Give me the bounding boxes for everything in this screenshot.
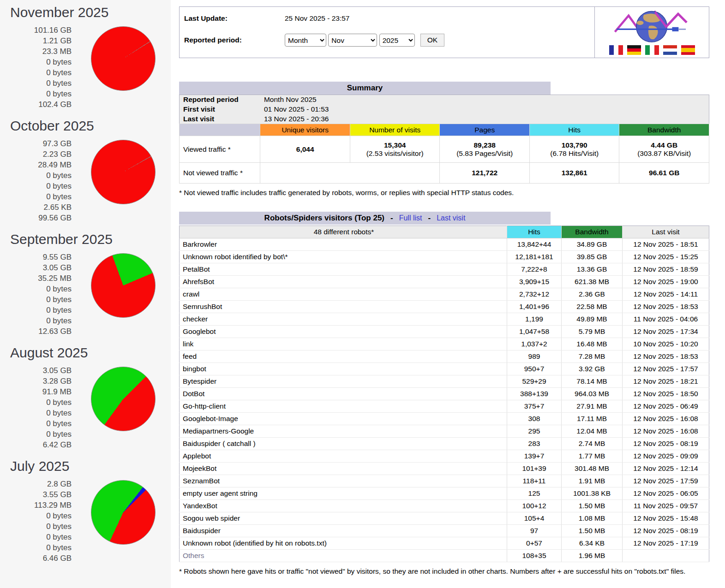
awstats-globe-logo <box>610 9 694 43</box>
robot-bandwidth: 22.58 MB <box>562 301 623 313</box>
month-value: 6.46 GB <box>0 553 72 564</box>
month-block: August 20253.05 GB3.28 GB91.9 MB0 bytes0… <box>0 344 171 450</box>
robot-last-visit: 12 Nov 2025 - 06:49 <box>623 400 709 413</box>
month-value: 0 bytes <box>0 397 72 408</box>
robot-last-visit: 12 Nov 2025 - 17:19 <box>623 537 709 550</box>
robot-hits: 7,222+8 <box>507 263 562 276</box>
robot-hits: 101+39 <box>507 463 562 475</box>
ok-button[interactable]: OK <box>420 34 444 47</box>
robot-row: empty user agent string1251001.38 KB12 N… <box>180 487 709 500</box>
month-title: October 2025 <box>10 117 171 135</box>
viewed-bandwidth-sub: (303.87 KB/Visit) <box>619 149 709 158</box>
summary-info-value: 01 Nov 2025 - 01:53 <box>260 105 709 114</box>
robot-row: Sogou web spider105+41.08 MB12 Nov 2025 … <box>180 512 709 525</box>
month-value: 23.3 MB <box>0 46 72 57</box>
month-pie-chart <box>91 253 156 318</box>
month-pie-chart <box>91 367 156 431</box>
not-viewed-bandwidth: 96.61 GB <box>619 163 709 184</box>
robot-bandwidth: 6.34 KB <box>562 537 623 550</box>
viewed-hits: 103,790 <box>530 141 619 149</box>
last-update-label: Last Update: <box>184 14 285 23</box>
robot-name: PetalBot <box>180 263 507 276</box>
robots-col-last-visit: Last visit <box>623 226 709 238</box>
robot-hits: 139+7 <box>507 450 562 463</box>
summary-info-label: First visit <box>180 105 260 114</box>
robot-name: SeznamBot <box>180 475 507 487</box>
robot-last-visit: 12 Nov 2025 - 14:11 <box>623 288 709 301</box>
last-visit-link[interactable]: Last visit <box>437 212 465 225</box>
robot-bandwidth: 34.89 GB <box>562 238 623 251</box>
col-header-unique-visitors: Unique visitors <box>260 124 350 136</box>
robot-name: MojeekBot <box>180 463 507 475</box>
robot-name: bingbot <box>180 363 507 375</box>
robot-name: Go-http-client <box>180 400 507 413</box>
robot-name: Unknown robot identified by bot\* <box>180 251 507 263</box>
robot-last-visit: 12 Nov 2025 - 08:19 <box>623 438 709 450</box>
viewed-bandwidth: 4.44 GB <box>619 141 709 149</box>
robot-row: crawl2,732+122.36 GB12 Nov 2025 - 14:11 <box>180 288 709 301</box>
period-month-select[interactable]: Nov <box>328 34 377 47</box>
full-list-link[interactable]: Full list <box>399 212 422 225</box>
robot-name: Applebot <box>180 450 507 463</box>
monthly-history-sidebar: November 2025101.16 GB1.21 GB23.3 MB0 by… <box>0 0 171 588</box>
month-value: 2.23 GB <box>0 149 72 160</box>
robot-row: SeznamBot118+111.91 MB12 Nov 2025 - 17:5… <box>180 475 709 487</box>
month-value: 0 bytes <box>0 315 72 326</box>
separator: - <box>428 212 431 225</box>
summary-title: Summary <box>347 82 383 95</box>
flag-it-icon[interactable] <box>645 45 659 55</box>
month-value: 3.05 GB <box>0 365 72 376</box>
robot-hits: 1,037+2 <box>507 338 562 350</box>
viewed-hits-sub: (6.78 Hits/Visit) <box>530 149 619 158</box>
robot-hits: 0+57 <box>507 537 562 550</box>
flag-de-icon[interactable] <box>627 45 641 55</box>
month-value: 3.28 GB <box>0 376 72 386</box>
robot-hits: 108+35 <box>507 550 562 562</box>
robot-last-visit: 12 Nov 2025 - 06:05 <box>623 487 709 500</box>
month-value: 2.8 GB <box>0 479 72 489</box>
robot-row: PetalBot7,222+813.36 GB12 Nov 2025 - 18:… <box>180 263 709 276</box>
robot-bandwidth: 1001.38 KB <box>562 487 623 500</box>
last-update-value: 25 Nov 2025 - 23:57 <box>285 14 349 23</box>
month-values: 101.16 GB1.21 GB23.3 MB0 bytes0 bytes0 b… <box>0 25 72 110</box>
robot-name: AhrefsBot <box>180 276 507 288</box>
viewed-traffic-label: Viewed traffic * <box>180 136 260 163</box>
language-flags <box>609 45 695 55</box>
month-value: 0 bytes <box>0 181 72 191</box>
robot-row: YandexBot100+121.50 MB11 Nov 2025 - 09:5… <box>180 500 709 512</box>
robot-name: feed <box>180 350 507 363</box>
viewed-pages-sub: (5.83 Pages/Visit) <box>440 149 529 158</box>
robot-hits: 375+7 <box>507 400 562 413</box>
robot-bandwidth: 5.79 MB <box>562 326 623 338</box>
robot-name: Googlebot-Image <box>180 413 507 425</box>
month-block: July 20252.8 GB3.55 GB113.29 MB0 bytes0 … <box>0 457 171 564</box>
robot-last-visit: 12 Nov 2025 - 16:08 <box>623 413 709 425</box>
viewed-visits-sub: (2.53 visits/visitor) <box>350 149 440 158</box>
report-header: Last Update: 25 Nov 2025 - 23:57 Reporte… <box>179 6 709 58</box>
viewed-unique: 6,044 <box>260 145 350 154</box>
robot-hits: 989 <box>507 350 562 363</box>
robot-row: bingbot950+73.92 GB12 Nov 2025 - 17:57 <box>180 363 709 375</box>
month-value: 0 bytes <box>0 408 72 418</box>
flag-es-icon[interactable] <box>681 45 695 55</box>
robot-bandwidth: 2.74 MB <box>562 438 623 450</box>
month-value: 2.65 KB <box>0 202 72 213</box>
robot-last-visit: 12 Nov 2025 - 15:48 <box>623 512 709 525</box>
robots-title: Robots/Spiders visitors (Top 25) <box>264 212 384 225</box>
robot-hits: 118+11 <box>507 475 562 487</box>
viewed-visits: 15,304 <box>350 141 440 149</box>
flag-nl-icon[interactable] <box>663 45 677 55</box>
robot-hits: 125 <box>507 487 562 500</box>
robot-hits: 97 <box>507 525 562 537</box>
period-type-select[interactable]: Month <box>285 34 326 47</box>
robot-hits: 2,732+12 <box>507 288 562 301</box>
robot-row: Baiduspider ( catchall )2832.74 MB12 Nov… <box>180 438 709 450</box>
month-value: 99.56 GB <box>0 213 72 223</box>
robot-last-visit: 12 Nov 2025 - 12:14 <box>623 463 709 475</box>
summary-footnote: * Not viewed traffic includes traffic ge… <box>179 188 709 197</box>
not-viewed-pages: 121,722 <box>440 163 530 184</box>
month-values: 9.55 GB3.05 GB35.25 MB0 bytes0 bytes0 by… <box>0 252 72 337</box>
period-year-select[interactable]: 2025 <box>379 34 415 47</box>
flag-fr-icon[interactable] <box>609 45 623 55</box>
robot-bandwidth: 3.92 GB <box>562 363 623 375</box>
